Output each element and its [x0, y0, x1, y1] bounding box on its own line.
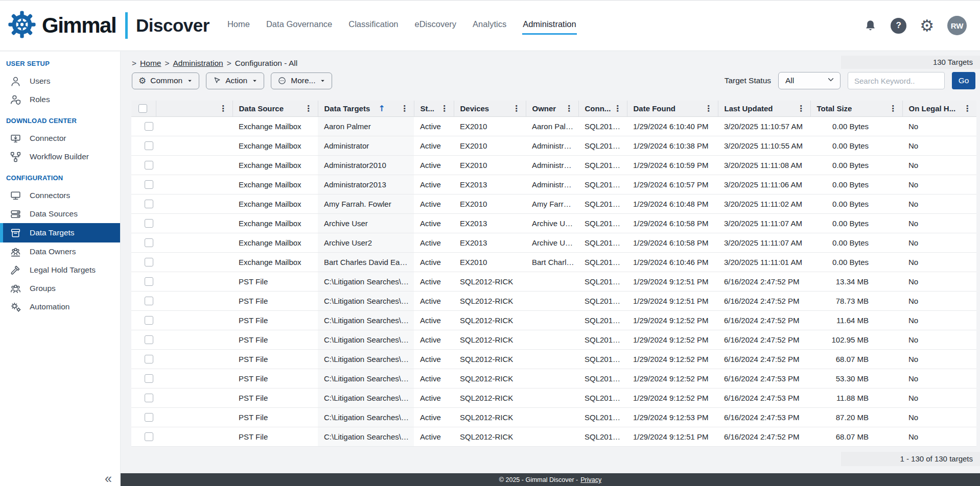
row-checkbox[interactable]: [145, 219, 153, 228]
row-checkbox[interactable]: [145, 413, 153, 422]
column-header-blank[interactable]: ⋮: [156, 101, 232, 116]
notifications-bell-icon[interactable]: [864, 19, 877, 33]
row-checkbox[interactable]: [145, 200, 153, 208]
sidebar-item-users[interactable]: Users: [0, 72, 120, 90]
table-row[interactable]: Exchange MailboxAdministratorActiveEX201…: [131, 136, 976, 155]
row-checkbox[interactable]: [145, 335, 153, 344]
column-menu-icon[interactable]: ⋮: [565, 104, 573, 113]
common-button[interactable]: ⚙Common: [132, 72, 199, 89]
column-header-devices[interactable]: Devices⋮: [454, 101, 526, 116]
main-nav: HomeData GovernanceClassificationeDiscov…: [227, 16, 577, 35]
table-row[interactable]: Exchange MailboxAdministrator2010ActiveE…: [131, 155, 976, 175]
table-row[interactable]: PST FileC:\Litigation Searches\Enr...Act…: [131, 349, 976, 369]
sidebar-item-connectors[interactable]: Connectors: [0, 186, 120, 205]
row-checkbox[interactable]: [145, 297, 153, 305]
table-row[interactable]: PST FileC:\Litigation Searches\Enr...Act…: [131, 310, 976, 330]
column-menu-icon[interactable]: ⋮: [219, 104, 227, 113]
sidebar-item-connector[interactable]: Connector: [0, 129, 120, 148]
more-button[interactable]: More...: [271, 72, 332, 89]
column-menu-icon[interactable]: ⋮: [512, 104, 521, 113]
nav-item-home[interactable]: Home: [227, 16, 250, 35]
cell-date_found: 1/29/2024 9:12:51 PM: [627, 272, 718, 291]
row-checkbox[interactable]: [145, 316, 153, 325]
column-header-total_size[interactable]: Total Size⋮: [810, 101, 902, 116]
column-menu-icon[interactable]: ⋮: [963, 104, 971, 113]
user-avatar[interactable]: RW: [947, 16, 967, 35]
cell-data_source: Exchange Mailbox: [232, 233, 318, 252]
sidebar-item-data-owners[interactable]: Data Owners: [0, 242, 120, 261]
row-checkbox[interactable]: [145, 180, 153, 189]
column-header-last_updated[interactable]: Last Updated⋮: [718, 101, 810, 116]
row-checkbox[interactable]: [145, 394, 153, 402]
nav-item-data-governance[interactable]: Data Governance: [266, 16, 333, 35]
column-header-owner[interactable]: Owner⋮: [526, 101, 578, 116]
table-row[interactable]: PST FileC:\Litigation Searches\Enr...Act…: [131, 388, 976, 407]
table-row[interactable]: Exchange MailboxArchive User2ActiveEX201…: [131, 233, 976, 252]
row-checkbox[interactable]: [145, 355, 153, 363]
column-header-data_targets[interactable]: Data Targets↑⋮: [318, 101, 414, 116]
column-header-status[interactable]: St...⋮: [414, 101, 454, 116]
cell-select: [131, 310, 156, 330]
sidebar-item-roles[interactable]: Roles: [0, 90, 120, 109]
sidebar-collapse-icon[interactable]: «: [105, 472, 112, 485]
row-checkbox[interactable]: [145, 238, 153, 247]
nav-item-administration[interactable]: Administration: [522, 16, 577, 35]
sidebar-item-workflow-builder[interactable]: Workflow Builder: [0, 148, 120, 166]
nav-item-ediscovery[interactable]: eDiscovery: [414, 16, 457, 35]
column-header-date_found[interactable]: Date Found⋮: [627, 101, 718, 116]
table-row[interactable]: PST FileC:\Litigation Searches\Div...Act…: [131, 427, 976, 446]
breadcrumb-home[interactable]: Home: [140, 59, 161, 68]
nav-item-analytics[interactable]: Analytics: [472, 16, 507, 35]
settings-gear-icon[interactable]: ⚙: [920, 18, 934, 34]
row-checkbox[interactable]: [145, 141, 153, 150]
cell-last_updated: 3/20/2025 11:11:07 AM: [718, 213, 810, 233]
sidebar-item-groups[interactable]: Groups: [0, 279, 120, 298]
cell-date_found: 1/29/2024 6:10:57 PM: [627, 175, 718, 194]
sidebar-item-label: Data Sources: [30, 209, 78, 218]
table-row[interactable]: PST FileC:\Litigation Searches\Enr...Act…: [131, 369, 976, 388]
sidebar-item-legal-hold-targets[interactable]: Legal Hold Targets: [0, 261, 120, 279]
column-header-data_source[interactable]: Data Source⋮: [232, 101, 318, 116]
column-menu-icon[interactable]: ⋮: [305, 104, 313, 113]
row-checkbox[interactable]: [145, 277, 153, 286]
column-menu-icon[interactable]: ⋮: [705, 104, 713, 113]
table-row[interactable]: Exchange MailboxAmy Farrah. FowlerActive…: [131, 194, 976, 213]
table-row[interactable]: PST FileC:\Litigation Searches\Enr...Act…: [131, 291, 976, 310]
table-row[interactable]: Exchange MailboxArchive UserActiveEX2013…: [131, 213, 976, 233]
action-button[interactable]: Action: [206, 72, 264, 89]
column-menu-icon[interactable]: ⋮: [889, 104, 897, 113]
go-button[interactable]: Go: [952, 72, 975, 89]
column-menu-icon[interactable]: ⋮: [440, 104, 449, 113]
table-row[interactable]: PST FileC:\Litigation Searches\Enr...Act…: [131, 407, 976, 427]
column-menu-icon[interactable]: ⋮: [614, 104, 622, 113]
column-menu-icon[interactable]: ⋮: [797, 104, 805, 113]
table-row[interactable]: Exchange MailboxAaron PalmerActiveEX2010…: [131, 116, 976, 136]
column-header-on_legal_hold[interactable]: On Legal H...⋮: [902, 101, 976, 116]
target-status-select[interactable]: All: [778, 72, 841, 89]
table-row[interactable]: Exchange MailboxAdministrator2013ActiveE…: [131, 175, 976, 194]
cell-data_targets: C:\Litigation Searches\Div...: [318, 427, 414, 446]
privacy-link[interactable]: Privacy: [580, 476, 601, 483]
row-checkbox[interactable]: [145, 122, 153, 131]
cell-connection: SQL2012-RI...: [578, 213, 627, 233]
cell-connection: SQL2012-RI...: [578, 349, 627, 369]
table-row[interactable]: PST FileC:\Litigation Searches\Enr...Act…: [131, 330, 976, 349]
cell-total_size: 78.73 MB: [810, 291, 902, 310]
nav-item-classification[interactable]: Classification: [348, 16, 399, 35]
search-input[interactable]: [848, 72, 945, 89]
table-row[interactable]: Exchange MailboxBart Charles David Earl …: [131, 252, 976, 272]
table-row[interactable]: PST FileC:\Litigation Searches\Enr...Act…: [131, 272, 976, 291]
sidebar-item-data-sources[interactable]: Data Sources: [0, 205, 120, 223]
column-menu-icon[interactable]: ⋮: [401, 104, 409, 113]
cell-data_source: PST File: [232, 349, 318, 369]
row-checkbox[interactable]: [145, 432, 153, 441]
sidebar-item-data-targets[interactable]: Data Targets: [0, 223, 120, 242]
breadcrumb-administration[interactable]: Administration: [173, 59, 223, 68]
row-checkbox[interactable]: [145, 258, 153, 266]
row-checkbox[interactable]: [145, 374, 153, 383]
help-icon[interactable]: ?: [891, 18, 906, 34]
row-checkbox[interactable]: [145, 161, 153, 169]
select-all-checkbox[interactable]: [138, 104, 147, 113]
sidebar-item-automation[interactable]: Automation: [0, 298, 120, 316]
column-header-connection[interactable]: Conn...⋮: [578, 101, 627, 116]
